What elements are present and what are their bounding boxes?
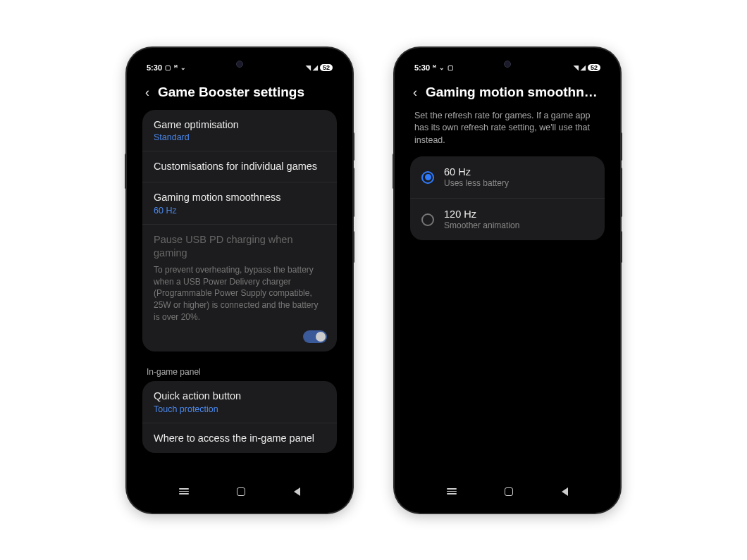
option-label: 120 Hz [444,209,519,220]
row-label: Where to access the in-game panel [154,432,326,445]
toggle-usb-pd[interactable] [303,330,327,343]
row-game-optimisation[interactable]: Game optimisation Standard [142,110,337,152]
side-button [393,154,395,189]
row-label: Game optimisation [154,118,326,132]
side-button [620,132,622,161]
back-icon[interactable]: ‹ [145,86,149,99]
signal-icon: ◢ [581,64,586,71]
side-button [352,231,354,263]
camera-notch [236,61,243,68]
page-description: Set the refresh rate for games. If a gam… [410,110,605,157]
option-60hz[interactable]: 60 Hz Uses less battery [410,156,605,199]
row-motion-smoothness[interactable]: Gaming motion smoothness 60 Hz [142,182,337,225]
row-usb-pd-charging[interactable]: Pause USB PD charging when gaming To pre… [142,225,337,351]
screen-game-booster-settings: 5:30 ▢ ᴹ ⌄ ◥ ◢ 52 ‹ Game Booster setting… [134,55,345,506]
row-value: Touch protection [154,404,326,414]
row-quick-action-button[interactable]: Quick action button Touch protection [142,381,337,423]
navigation-bar [134,480,345,506]
radio-button-selected[interactable] [421,171,434,184]
option-sub: Smoother animation [444,220,519,230]
battery-level: 52 [588,64,600,71]
nav-home-button[interactable] [237,487,245,496]
icon: ⌄ [439,64,445,71]
settings-group-1: Game optimisation Standard Customisation… [142,110,337,351]
side-button [352,132,354,161]
page-title: Game Booster settings [158,85,304,100]
screen-gaming-motion-smoothness: 5:30 ᴹ ⌄ ▢ ◥ ◢ 52 ‹ Gaming motion smooth… [402,55,613,506]
battery-level: 52 [320,64,333,71]
settings-group-2: Quick action button Touch protection Whe… [142,381,337,454]
section-header-in-game-panel: In-game panel [142,361,337,381]
image-icon: ▢ [165,64,171,71]
row-where-to-access[interactable]: Where to access the in-game panel [142,423,337,454]
nav-home-button[interactable] [505,487,513,496]
row-customisations[interactable]: Customisations for individual games [142,151,337,182]
radio-button[interactable] [421,213,434,226]
back-icon[interactable]: ‹ [413,86,417,99]
row-label: Pause USB PD charging when gaming [154,233,326,260]
nav-back-button[interactable] [562,487,568,496]
nav-recents-button[interactable] [179,488,189,494]
nav-back-button[interactable] [294,487,300,496]
side-button [620,168,622,217]
side-button [125,154,127,189]
status-time: 5:30 [147,63,162,72]
wifi-icon: ◥ [574,64,579,71]
icon: ⌄ [180,64,186,71]
status-time: 5:30 [414,63,430,72]
toggle-knob [316,332,326,342]
header: ‹ Game Booster settings [142,76,337,110]
signal-icon: ◢ [313,64,318,71]
row-label: Customisations for individual games [154,160,326,173]
row-label: Gaming motion smoothness [154,191,326,204]
option-120hz[interactable]: 120 Hz Smoother animation [410,199,605,240]
icon: ᴹ [174,64,178,71]
phone-left: 5:30 ▢ ᴹ ⌄ ◥ ◢ 52 ‹ Game Booster setting… [127,48,352,513]
phone-right: 5:30 ᴹ ⌄ ▢ ◥ ◢ 52 ‹ Gaming motion smooth… [395,48,620,513]
navigation-bar [402,480,613,506]
header: ‹ Gaming motion smoothne... [410,76,605,110]
row-value: 60 Hz [154,206,326,216]
nav-recents-button[interactable] [447,488,457,494]
refresh-rate-options: 60 Hz Uses less battery 120 Hz Smoother … [410,156,605,240]
camera-notch [504,61,511,68]
option-sub: Uses less battery [444,178,509,188]
option-label: 60 Hz [444,166,509,178]
row-label: Quick action button [154,390,326,403]
side-button [352,168,354,217]
icon: ᴹ [433,64,436,71]
row-description: To prevent overheating, bypass the batte… [154,264,326,323]
row-value: Standard [154,132,326,142]
image-icon: ▢ [447,64,454,71]
side-button [620,231,622,263]
page-title: Gaming motion smoothne... [426,85,602,100]
wifi-icon: ◥ [306,64,311,71]
